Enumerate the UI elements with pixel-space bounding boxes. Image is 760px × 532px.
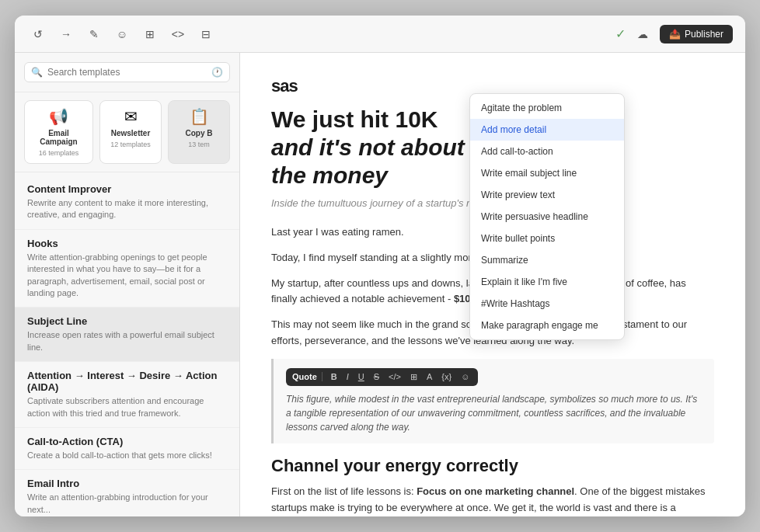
underline-button[interactable]: U xyxy=(356,371,367,382)
emoji-quote-button[interactable]: ☺ xyxy=(458,371,472,382)
dropdown-summarize[interactable]: Summarize xyxy=(470,249,624,271)
forward-icon[interactable]: → xyxy=(55,23,77,45)
bold-button[interactable]: B xyxy=(329,371,340,382)
dropdown-add-detail[interactable]: Add more detail xyxy=(470,119,624,141)
email-campaign-label: Email Campaign xyxy=(31,129,86,146)
strikethrough-button[interactable]: S xyxy=(371,371,382,382)
check-icon: ✓ xyxy=(615,26,626,41)
tool-cta[interactable]: Call-to-Action (CTA) Create a bold call-… xyxy=(15,428,239,470)
section-title: Channel your energy correctly xyxy=(271,456,714,476)
editor-area[interactable]: Agitate the problem Add more detail Add … xyxy=(240,53,745,516)
template-card-email[interactable]: 📢 Email Campaign 16 templates xyxy=(24,100,93,164)
dropdown-eli5[interactable]: Explain it like I'm five xyxy=(470,271,624,293)
templates-row: 📢 Email Campaign 16 templates ✉ Newslett… xyxy=(15,92,239,172)
copy-count: 13 tem xyxy=(188,141,210,148)
publisher-label: Publisher xyxy=(685,29,723,40)
sidebar: 🔍 🕐 📢 Email Campaign 16 templates ✉ News… xyxy=(15,53,240,516)
dropdown-bullet-points[interactable]: Write bullet points xyxy=(470,228,624,249)
copy-icon: 📋 xyxy=(190,107,209,126)
toolbar-left: ↺ → ✎ ☺ ⊞ <> ⊟ xyxy=(27,23,217,45)
search-input[interactable] xyxy=(47,67,207,78)
tool-desc-hooks: Write attention-grabbing openings to get… xyxy=(27,252,227,300)
section-body: First on the list of life lessons is: Fo… xyxy=(271,484,714,516)
app-window: ↺ → ✎ ☺ ⊞ <> ⊟ ✓ ☁ 📤 Publisher 🔍 🕐 xyxy=(15,16,745,516)
dropdown-add-cta[interactable]: Add call-to-action xyxy=(470,141,624,162)
search-input-wrap[interactable]: 🔍 🕐 xyxy=(24,62,230,82)
tool-desc-email-intro: Write an attention-grabbing introduction… xyxy=(27,492,227,516)
title-line3: the money xyxy=(271,162,388,188)
tool-email-intro[interactable]: Email Intro Write an attention-grabbing … xyxy=(15,470,239,516)
search-area: 🔍 🕐 xyxy=(15,53,239,92)
tool-title-content-improver: Content Improver xyxy=(27,183,227,195)
newsletter-label: Newsletter xyxy=(111,129,151,137)
tool-desc-subject-line: Increase open rates with a powerful emai… xyxy=(27,329,227,353)
quote-toolbar: Quote B I U S </> ⊞ A {x} ☺ xyxy=(286,368,478,386)
email-campaign-icon: 📢 xyxy=(49,107,68,126)
template-card-copy[interactable]: 📋 Copy B 13 tem xyxy=(168,100,230,164)
title-line2: and it's not about xyxy=(271,134,465,160)
title-line1: We just hit 10K xyxy=(271,106,438,132)
tool-desc-content-improver: Rewrite any content to make it more inte… xyxy=(27,197,227,221)
publisher-icon: 📤 xyxy=(669,29,681,40)
dropdown-agitate[interactable]: Agitate the problem xyxy=(470,97,624,119)
tool-subject-line[interactable]: Subject Line Increase open rates with a … xyxy=(15,308,239,362)
tool-title-aida: Attention → Interest → Desire → Action (… xyxy=(27,370,227,393)
template-card-newsletter[interactable]: ✉ Newsletter 12 templates xyxy=(99,100,162,164)
dropdown-write-subject[interactable]: Write email subject line xyxy=(470,162,624,184)
link-button[interactable]: ⊞ xyxy=(408,371,420,383)
tool-content-improver[interactable]: Content Improver Rewrite any content to … xyxy=(15,176,239,230)
dropdown-hashtags[interactable]: #Write Hashtags xyxy=(470,293,624,315)
tools-list: Content Improver Rewrite any content to … xyxy=(15,172,239,516)
dropdown-persuasive[interactable]: Write persuasive headline xyxy=(470,206,624,228)
variable-button[interactable]: {x} xyxy=(439,371,454,382)
quote-text: This figure, while modest in the vast en… xyxy=(286,392,702,434)
color-button[interactable]: A xyxy=(424,371,434,382)
code-icon[interactable]: <> xyxy=(167,23,189,45)
grid-icon[interactable]: ⊞ xyxy=(139,23,161,45)
section-para: First on the list of life lessons is: Fo… xyxy=(271,484,714,516)
toolbar-right: ✓ ☁ 📤 Publisher xyxy=(615,23,733,45)
emoji-icon[interactable]: ☺ xyxy=(111,23,133,45)
edit-icon[interactable]: ✎ xyxy=(83,23,105,45)
dropdown-preview-text[interactable]: Write preview text xyxy=(470,184,624,206)
cloud-save-icon[interactable]: ☁ xyxy=(632,23,654,45)
quote-label: Quote xyxy=(292,372,322,381)
tool-title-subject-line: Subject Line xyxy=(27,315,227,327)
tool-title-email-intro: Email Intro xyxy=(27,478,227,489)
undo-icon[interactable]: ↺ xyxy=(27,23,49,45)
table-icon[interactable]: ⊟ xyxy=(195,23,217,45)
tool-desc-aida: Captivate subscribers attention and enco… xyxy=(27,395,227,419)
tool-title-cta: Call-to-Action (CTA) xyxy=(27,436,227,447)
dropdown-menu: Agitate the problem Add more detail Add … xyxy=(469,93,625,340)
newsletter-icon: ✉ xyxy=(124,107,138,126)
tool-aida[interactable]: Attention → Interest → Desire → Action (… xyxy=(15,362,239,428)
tool-title-hooks: Hooks xyxy=(27,238,227,249)
email-campaign-count: 16 templates xyxy=(39,149,79,157)
dropdown-engage[interactable]: Make paragraph engage me xyxy=(470,315,624,336)
italic-button[interactable]: I xyxy=(344,371,351,382)
newsletter-count: 12 templates xyxy=(110,141,151,148)
quote-block: Quote B I U S </> ⊞ A {x} ☺ This figure,… xyxy=(271,359,714,443)
toolbar: ↺ → ✎ ☺ ⊞ <> ⊟ ✓ ☁ 📤 Publisher xyxy=(15,16,745,53)
tool-desc-cta: Create a bold call-to-action that gets m… xyxy=(27,450,227,461)
code-button[interactable]: </> xyxy=(386,371,403,382)
tool-hooks[interactable]: Hooks Write attention-grabbing openings … xyxy=(15,230,239,308)
publisher-button[interactable]: 📤 Publisher xyxy=(660,25,733,43)
copy-label: Copy B xyxy=(186,129,213,137)
main-content: 🔍 🕐 📢 Email Campaign 16 templates ✉ News… xyxy=(15,53,745,516)
search-icon: 🔍 xyxy=(31,67,43,78)
history-icon[interactable]: 🕐 xyxy=(211,67,223,78)
